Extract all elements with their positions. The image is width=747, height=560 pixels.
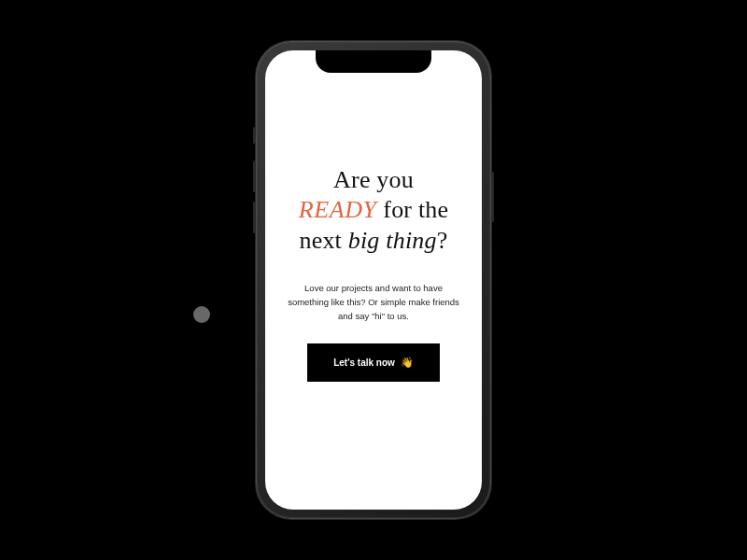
headline-line1: Are you (333, 166, 414, 193)
cta-button[interactable]: Let's talk now 👋 (307, 343, 440, 382)
custom-cursor (193, 306, 210, 323)
hero-headline: Are you READY for the next big thing? (299, 165, 449, 257)
phone-power-button (491, 172, 494, 222)
headline-accent: READY (299, 196, 377, 223)
phone-volume-up (253, 161, 256, 192)
hero-subtext: Love our projects and want to have somet… (286, 282, 461, 323)
headline-mid: for the (377, 196, 449, 223)
phone-notch (316, 50, 431, 73)
headline-line3-pre: next (299, 227, 347, 254)
phone-screen: Are you READY for the next big thing? Lo… (265, 50, 482, 510)
cta-label: Let's talk now (333, 357, 395, 368)
phone-volume-down (253, 202, 256, 233)
wave-icon: 👋 (401, 357, 414, 369)
hero-content: Are you READY for the next big thing? Lo… (265, 50, 482, 510)
phone-silence-switch (253, 127, 256, 144)
headline-suffix: ? (437, 227, 448, 254)
headline-accent2: big thing (348, 227, 437, 254)
phone-frame: Are you READY for the next big thing? Lo… (256, 41, 491, 519)
